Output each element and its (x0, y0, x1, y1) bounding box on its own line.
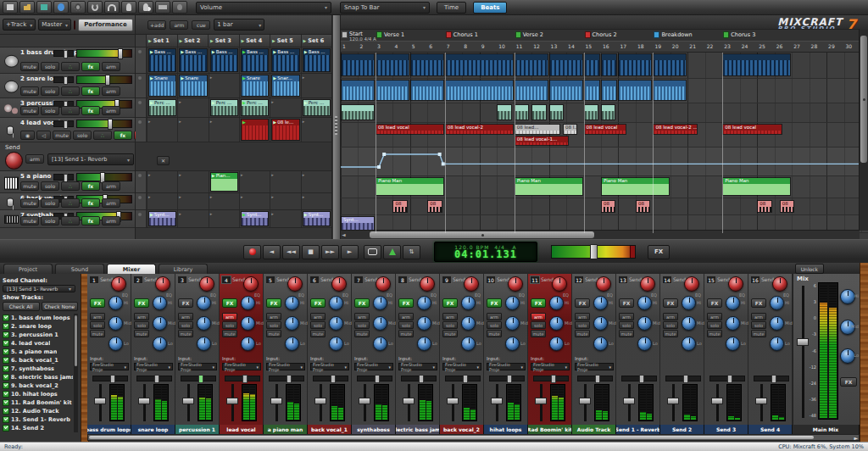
fader-handle[interactable] (491, 398, 503, 404)
history-icon[interactable] (87, 1, 103, 14)
clip-slot[interactable]: ▸ (209, 193, 239, 209)
volume-fader[interactable] (447, 384, 457, 421)
send-channel-select[interactable]: [13] Send 1- Reverb▾ (3, 285, 75, 292)
solo-button[interactable]: solo (354, 321, 370, 329)
timeline-clip[interactable] (549, 53, 583, 76)
mute-button[interactable]: mute (90, 330, 105, 337)
marker-flag[interactable] (723, 31, 729, 38)
fader-handle[interactable] (535, 398, 547, 404)
send-knob[interactable] (420, 276, 435, 292)
timeline-clip[interactable]: 08 (757, 200, 771, 213)
timeline-clip[interactable]: 08 lead vocal-2 ... (653, 124, 697, 135)
timeline-ruler[interactable]: 1234567891011121314151617181920212223242… (341, 41, 868, 53)
fx-button[interactable]: fx (81, 181, 100, 191)
checkbox-checked-icon[interactable] (3, 323, 9, 330)
row-play-button[interactable] (136, 74, 147, 97)
timeline-clip[interactable] (601, 80, 617, 101)
solo-button[interactable]: solo (134, 321, 149, 329)
burn-icon[interactable] (70, 1, 86, 14)
fader-handle[interactable] (447, 398, 459, 404)
eq-mid-knob[interactable] (197, 316, 211, 331)
eq-hi-knob[interactable] (726, 296, 740, 310)
mute-button[interactable]: mute (20, 181, 39, 191)
fx-button[interactable]: FX (90, 298, 105, 308)
timeline-clip[interactable] (722, 53, 791, 76)
eq-mid-knob[interactable] (505, 316, 520, 331)
fader-handle[interactable] (226, 398, 238, 404)
volume-slider[interactable] (76, 173, 132, 181)
grid-clip[interactable]: Perc ...▶ (303, 99, 331, 116)
timeline-clip[interactable] (445, 53, 514, 76)
automation-button[interactable]: ∴ (61, 198, 80, 208)
fader-handle[interactable] (138, 398, 150, 404)
volume-fader[interactable] (755, 384, 765, 421)
send-knob[interactable] (464, 276, 479, 292)
fx-button[interactable]: FX (487, 298, 502, 308)
send-knob[interactable] (596, 276, 611, 292)
master-volume-slider[interactable] (551, 245, 636, 259)
checklist-item[interactable]: 10. hihat loops (3, 390, 73, 398)
arm-button[interactable]: arm (487, 313, 502, 320)
arm-button[interactable]: arm (398, 313, 414, 320)
mute-button[interactable]: mute (487, 330, 502, 337)
eq-hi-knob[interactable] (637, 296, 652, 310)
fx-button[interactable]: FX (751, 298, 766, 308)
fader-handle[interactable] (711, 398, 723, 404)
eq-mid-knob[interactable] (108, 316, 123, 331)
eq-lo-knob[interactable] (417, 337, 431, 351)
marker-row[interactable]: Start120.0 4/4 AVerse 1Chorus 1Verse 2Ch… (341, 29, 868, 41)
close-panel-icon[interactable] (74, 20, 75, 30)
tab-sound[interactable]: Sound (55, 264, 104, 274)
fx-button[interactable]: FX (840, 377, 857, 387)
rewind-button[interactable]: ◄◄ (282, 245, 300, 259)
timeline-clip[interactable] (549, 104, 564, 120)
fader-handle[interactable] (755, 398, 767, 404)
track-row[interactable]: 2 snare loopmutesolo∴fxarm (0, 74, 135, 98)
eq-mid-knob[interactable] (637, 316, 652, 331)
track-row[interactable]: 3 percussion 1mutesolo∴fxarm (0, 98, 135, 118)
solo-button[interactable]: solo (619, 321, 634, 329)
timeline-clip[interactable] (601, 53, 617, 76)
mute-button[interactable]: mute (663, 330, 678, 337)
fx-button[interactable]: FX (178, 298, 193, 308)
mute-button[interactable]: mute (442, 330, 458, 337)
scroll-right-icon[interactable]: ► (854, 435, 858, 441)
grid-clip[interactable]: Snar...▶ (271, 75, 299, 97)
grid-clip[interactable]: 08 le...▶ (271, 119, 299, 141)
clip-slot[interactable]: ▸ (177, 171, 208, 192)
eq-mid-knob[interactable] (153, 316, 167, 331)
arm-button[interactable]: arm (102, 106, 120, 115)
solo-button[interactable]: solo (442, 321, 458, 329)
timeline-clip[interactable]: 08 lead vocal (584, 124, 626, 135)
solo-button[interactable]: solo (575, 321, 590, 329)
clip-slot[interactable]: Bass ...▶ (301, 47, 331, 73)
timeline-clip[interactable]: 08 lead vocal-1... (515, 136, 569, 146)
timeline-clip[interactable] (341, 80, 375, 101)
automation-button[interactable]: ∴ (61, 216, 80, 226)
solo-button[interactable]: solo (487, 321, 502, 329)
eq-lo-knob[interactable] (682, 337, 696, 351)
record-button[interactable] (243, 245, 261, 259)
volume-fader[interactable] (182, 384, 192, 421)
mute-button[interactable]: mute (531, 330, 546, 337)
arm-button[interactable]: arm (354, 313, 370, 320)
timeline-clip[interactable]: 08 (392, 200, 407, 213)
timeline-clip[interactable]: 08 (636, 200, 650, 213)
eq-mid-knob[interactable] (726, 316, 740, 331)
arm-button[interactable]: arm (575, 313, 590, 320)
checklist-item[interactable]: 5. a piano man (3, 348, 73, 356)
marker-flag[interactable] (446, 31, 452, 38)
timeline-clip[interactable] (341, 104, 375, 120)
eq-hi-knob[interactable] (108, 296, 123, 310)
track-row[interactable]: 7 synthabossmutesolo∴fxarm (0, 210, 135, 228)
row-play-button[interactable] (136, 98, 147, 117)
eq-mid-knob[interactable] (549, 316, 564, 331)
timeline-clip[interactable] (515, 104, 529, 120)
metronome-button[interactable] (383, 245, 401, 259)
checklist-item[interactable]: 9. back vocal_2 (3, 381, 73, 390)
timeline-clip[interactable] (445, 80, 514, 101)
pan-slider[interactable] (92, 376, 128, 381)
checklist-scrollbar[interactable] (74, 314, 78, 432)
set-header[interactable]: ▶Set 5 (270, 35, 301, 47)
email-icon[interactable] (155, 1, 170, 14)
